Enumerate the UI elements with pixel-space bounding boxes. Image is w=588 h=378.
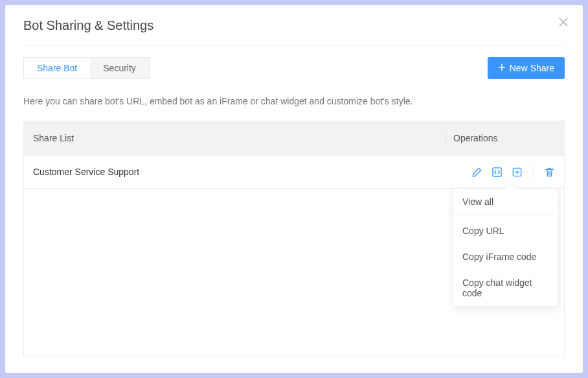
svg-rect-4: [493, 167, 501, 176]
plus-icon: [498, 63, 506, 73]
expand-icon[interactable]: [512, 167, 523, 178]
edit-icon[interactable]: [471, 167, 482, 178]
toolbar: Share Bot Security New Share: [23, 57, 565, 79]
new-share-label: New Share: [510, 63, 554, 73]
dropdown-copy-widget[interactable]: Copy chat widget code: [453, 270, 558, 306]
dropdown-copy-iframe[interactable]: Copy iFrame code: [453, 244, 558, 270]
share-name: Customer Service Support: [33, 167, 471, 177]
table-header: Share List Operations: [24, 121, 564, 155]
tab-security[interactable]: Security: [90, 58, 149, 78]
dropdown-view-all[interactable]: View all: [453, 189, 558, 215]
tab-share-bot[interactable]: Share Bot: [24, 58, 90, 78]
sharing-settings-modal: Bot Sharing & Settings Share Bot Securit…: [5, 5, 583, 373]
delete-icon[interactable]: [544, 167, 555, 178]
dropdown-copy-url[interactable]: Copy URL: [453, 218, 558, 244]
share-table: Share List Operations Customer Service S…: [23, 121, 565, 357]
row-operations: [471, 166, 555, 178]
description-text: Here you can share bot's URL, embed bot …: [23, 96, 565, 106]
operations-divider: [533, 166, 534, 178]
close-icon[interactable]: [558, 17, 569, 27]
col-header-ops: Operations: [445, 133, 555, 143]
col-header-share: Share List: [33, 133, 445, 143]
new-share-button[interactable]: New Share: [488, 57, 565, 79]
tabs: Share Bot Security: [23, 57, 150, 79]
code-dropdown: View all Copy URL Copy iFrame code Copy …: [453, 188, 559, 307]
table-row: Customer Service Support: [24, 155, 564, 188]
code-icon[interactable]: [492, 167, 503, 178]
modal-title: Bot Sharing & Settings: [23, 18, 565, 45]
